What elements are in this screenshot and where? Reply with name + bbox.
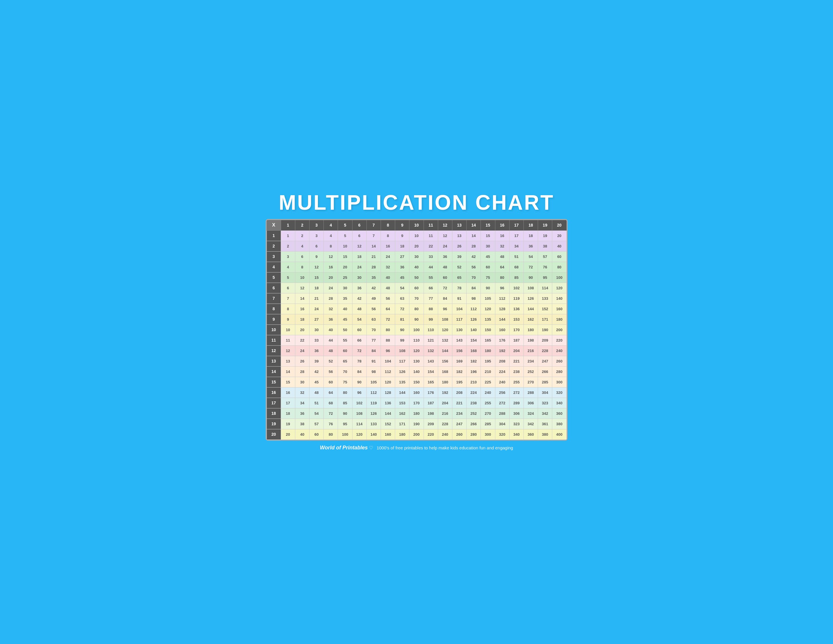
cell-9-7: 63	[367, 314, 381, 324]
cell-18-17: 306	[509, 408, 524, 419]
cell-14-12: 168	[438, 366, 452, 377]
multiplication-table-container: X 1234567891011121314151617181920 112345…	[266, 219, 568, 441]
cell-3-14: 42	[466, 251, 481, 262]
cell-13-8: 104	[381, 356, 395, 366]
table-row-17: 1717345168851021191361531701872042212382…	[267, 398, 566, 408]
cell-12-10: 120	[409, 345, 424, 356]
cell-4-16: 64	[495, 262, 509, 272]
cell-20-3: 60	[309, 429, 324, 440]
cell-7-14: 98	[466, 293, 481, 304]
cell-6-10: 60	[409, 283, 424, 293]
cell-17-1: 17	[281, 398, 295, 408]
row-header-10: 10	[267, 324, 281, 335]
cell-9-12: 108	[438, 314, 452, 324]
cell-14-19: 266	[538, 366, 552, 377]
cell-10-13: 130	[452, 324, 466, 335]
cell-14-14: 196	[466, 366, 481, 377]
cell-14-11: 154	[424, 366, 438, 377]
header-row: X 1234567891011121314151617181920	[267, 220, 566, 230]
cell-2-8: 16	[381, 241, 395, 251]
cell-15-1: 15	[281, 377, 295, 387]
row-header-13: 13	[267, 356, 281, 366]
cell-16-6: 96	[352, 387, 367, 398]
cell-14-8: 112	[381, 366, 395, 377]
cell-5-6: 30	[352, 272, 367, 283]
cell-12-20: 240	[552, 345, 566, 356]
cell-20-5: 100	[338, 429, 352, 440]
cell-15-15: 225	[481, 377, 495, 387]
cell-13-10: 130	[409, 356, 424, 366]
cell-9-4: 36	[324, 314, 338, 324]
cell-6-12: 72	[438, 283, 452, 293]
cell-11-20: 220	[552, 335, 566, 345]
cell-9-8: 72	[381, 314, 395, 324]
cell-12-8: 96	[381, 345, 395, 356]
cell-13-14: 182	[466, 356, 481, 366]
cell-20-2: 40	[295, 429, 309, 440]
row-header-12: 12	[267, 345, 281, 356]
cell-5-4: 20	[324, 272, 338, 283]
cell-15-4: 60	[324, 377, 338, 387]
cell-1-14: 14	[466, 230, 481, 241]
cell-1-4: 4	[324, 230, 338, 241]
row-header-8: 8	[267, 304, 281, 314]
cell-11-19: 209	[538, 335, 552, 345]
table-row-6: 6612182430364248546066727884909610210811…	[267, 283, 566, 293]
cell-9-19: 171	[538, 314, 552, 324]
cell-4-5: 20	[338, 262, 352, 272]
cell-2-5: 10	[338, 241, 352, 251]
cell-2-11: 22	[424, 241, 438, 251]
cell-7-8: 56	[381, 293, 395, 304]
cell-8-6: 48	[352, 304, 367, 314]
table-row-16: 1616324864809611212814416017619220822424…	[267, 387, 566, 398]
cell-4-2: 8	[295, 262, 309, 272]
cell-8-7: 56	[367, 304, 381, 314]
cell-18-15: 270	[481, 408, 495, 419]
cell-6-17: 102	[509, 283, 524, 293]
cell-8-11: 88	[424, 304, 438, 314]
cell-3-7: 21	[367, 251, 381, 262]
row-header-18: 18	[267, 408, 281, 419]
cell-7-11: 77	[424, 293, 438, 304]
cell-17-7: 119	[367, 398, 381, 408]
cell-4-3: 12	[309, 262, 324, 272]
cell-15-20: 300	[552, 377, 566, 387]
cell-11-5: 55	[338, 335, 352, 345]
cell-18-19: 342	[538, 408, 552, 419]
table-row-10: 1010203040506070809010011012013014015016…	[267, 324, 566, 335]
cell-12-13: 156	[452, 345, 466, 356]
cell-20-13: 260	[452, 429, 466, 440]
cell-15-7: 105	[367, 377, 381, 387]
cell-10-20: 200	[552, 324, 566, 335]
cell-10-6: 60	[352, 324, 367, 335]
cell-14-3: 42	[309, 366, 324, 377]
cell-4-15: 60	[481, 262, 495, 272]
cell-16-14: 224	[466, 387, 481, 398]
cell-3-15: 45	[481, 251, 495, 262]
cell-1-19: 19	[538, 230, 552, 241]
row-header-5: 5	[267, 272, 281, 283]
cell-4-14: 56	[466, 262, 481, 272]
cell-4-12: 48	[438, 262, 452, 272]
cell-14-2: 28	[295, 366, 309, 377]
cell-14-9: 126	[395, 366, 409, 377]
cell-4-7: 28	[367, 262, 381, 272]
cell-8-14: 112	[466, 304, 481, 314]
cell-5-16: 80	[495, 272, 509, 283]
cell-9-10: 90	[409, 314, 424, 324]
cell-3-5: 15	[338, 251, 352, 262]
cell-13-3: 39	[309, 356, 324, 366]
table-row-7: 7714212835424956637077849198105112119126…	[267, 293, 566, 304]
cell-13-6: 78	[352, 356, 367, 366]
cell-8-4: 32	[324, 304, 338, 314]
cell-15-6: 90	[352, 377, 367, 387]
col-header-12: 12	[438, 220, 452, 230]
table-row-3: 33691215182124273033363942454851545760	[267, 251, 566, 262]
cell-14-6: 84	[352, 366, 367, 377]
cell-1-3: 3	[309, 230, 324, 241]
cell-20-20: 400	[552, 429, 566, 440]
cell-18-3: 54	[309, 408, 324, 419]
cell-9-16: 144	[495, 314, 509, 324]
cell-12-3: 36	[309, 345, 324, 356]
cell-9-2: 18	[295, 314, 309, 324]
